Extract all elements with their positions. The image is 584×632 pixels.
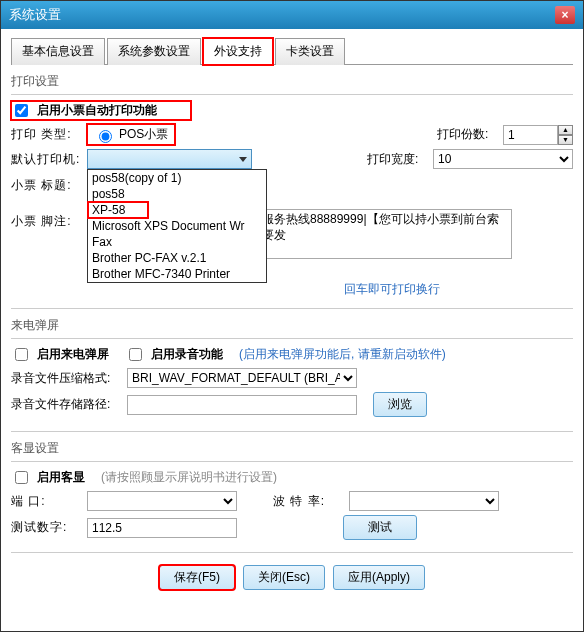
test-num-label: 测试数字: bbox=[11, 519, 81, 536]
printer-option[interactable]: pos58(copy of 1) bbox=[88, 170, 266, 186]
enable-auto-print-row: 启用小票自动打印功能 bbox=[11, 101, 191, 120]
print-type-value: POS小票 bbox=[119, 126, 168, 143]
width-select[interactable]: 10 bbox=[433, 149, 573, 169]
display-enable-row: 启用客显 (请按照顾显示屏说明书进行设置) bbox=[11, 468, 573, 487]
divider bbox=[11, 94, 573, 95]
default-printer-row: 默认打印机: pos58(copy of 1) pos58 XP-58 Micr… bbox=[11, 149, 573, 169]
enable-auto-print-checkbox[interactable] bbox=[15, 104, 28, 117]
divider bbox=[11, 461, 573, 462]
copies-up-icon[interactable]: ▲ bbox=[558, 125, 573, 135]
copies-down-icon[interactable]: ▼ bbox=[558, 135, 573, 145]
record-format-select[interactable]: BRI_WAV_FORMAT_DEFAULT (BRI_AUDI bbox=[127, 368, 357, 388]
printer-option[interactable]: Brother MFC-7340 Printer bbox=[88, 266, 266, 282]
printer-option-xp58[interactable]: XP-58 bbox=[88, 202, 148, 218]
caller-enable-row: 启用来电弹屏 启用录音功能 (启用来电弹屏功能后, 请重新启动软件) bbox=[11, 345, 573, 364]
receipt-footer-textarea[interactable]: 服务热线88889999|【您可以持小票到前台索要发 bbox=[257, 209, 512, 259]
tab-basic[interactable]: 基本信息设置 bbox=[11, 38, 105, 65]
receipt-title-label: 小票 标题: bbox=[11, 177, 81, 194]
divider bbox=[11, 308, 573, 309]
print-hint: 回车即可打印换行 bbox=[211, 281, 573, 298]
apply-button[interactable]: 应用(Apply) bbox=[333, 565, 425, 590]
print-type-row: 打印 类型: POS小票 打印份数: ▲ ▼ bbox=[11, 124, 573, 145]
button-row: 保存(F5) 关闭(Esc) 应用(Apply) bbox=[11, 559, 573, 590]
copies-label: 打印份数: bbox=[437, 126, 497, 143]
enable-display-checkbox[interactable] bbox=[15, 471, 28, 484]
enable-record-label: 启用录音功能 bbox=[151, 346, 223, 363]
chevron-down-icon bbox=[239, 157, 247, 162]
default-printer-button[interactable] bbox=[87, 149, 252, 169]
tab-params[interactable]: 系统参数设置 bbox=[107, 38, 201, 65]
baud-select[interactable] bbox=[349, 491, 499, 511]
printer-list: pos58(copy of 1) pos58 XP-58 Microsoft X… bbox=[87, 169, 267, 283]
baud-label: 波 特 率: bbox=[273, 493, 343, 510]
port-baud-row: 端 口: 波 特 率: bbox=[11, 491, 573, 511]
caller-note: (启用来电弹屏功能后, 请重新启动软件) bbox=[239, 346, 446, 363]
default-printer-dropdown: pos58(copy of 1) pos58 XP-58 Microsoft X… bbox=[87, 149, 252, 169]
titlebar: 系统设置 × bbox=[1, 1, 583, 29]
tab-peripheral[interactable]: 外设支持 bbox=[203, 38, 273, 65]
test-num-input[interactable] bbox=[87, 518, 237, 538]
print-section-title: 打印设置 bbox=[11, 73, 573, 90]
close-button[interactable]: 关闭(Esc) bbox=[243, 565, 325, 590]
enable-record-checkbox[interactable] bbox=[129, 348, 142, 361]
receipt-footer-text: 服务热线88889999|【您可以持小票到前台索要发 bbox=[262, 212, 499, 242]
divider bbox=[11, 431, 573, 432]
enable-caller-label: 启用来电弹屏 bbox=[37, 346, 109, 363]
port-label: 端 口: bbox=[11, 493, 81, 510]
divider bbox=[11, 552, 573, 553]
divider bbox=[11, 338, 573, 339]
default-printer-label: 默认打印机: bbox=[11, 151, 81, 168]
print-hint-link[interactable]: 回车即可打印换行 bbox=[344, 282, 440, 296]
printer-option[interactable]: pos58 bbox=[88, 186, 266, 202]
printer-option[interactable]: Microsoft XPS Document Wr bbox=[88, 218, 266, 234]
print-type-label: 打印 类型: bbox=[11, 126, 81, 143]
test-button[interactable]: 测试 bbox=[343, 515, 417, 540]
display-note: (请按照顾显示屏说明书进行设置) bbox=[101, 469, 277, 486]
save-button[interactable]: 保存(F5) bbox=[159, 565, 235, 590]
test-row: 测试数字: 测试 bbox=[11, 515, 573, 540]
record-format-row: 录音文件压缩格式: BRI_WAV_FORMAT_DEFAULT (BRI_AU… bbox=[11, 368, 573, 388]
record-path-row: 录音文件存储路径: 浏览 bbox=[11, 392, 573, 417]
tab-strip: 基本信息设置 系统参数设置 外设支持 卡类设置 bbox=[11, 37, 573, 65]
record-format-label: 录音文件压缩格式: bbox=[11, 370, 121, 387]
tab-card[interactable]: 卡类设置 bbox=[275, 38, 345, 65]
record-path-input[interactable] bbox=[127, 395, 357, 415]
enable-caller-checkbox[interactable] bbox=[15, 348, 28, 361]
browse-button[interactable]: 浏览 bbox=[373, 392, 427, 417]
receipt-footer-label: 小票 脚注: bbox=[11, 213, 81, 230]
copies-input[interactable] bbox=[503, 125, 558, 145]
port-select[interactable] bbox=[87, 491, 237, 511]
close-icon[interactable]: × bbox=[555, 6, 575, 24]
caller-section-title: 来电弹屏 bbox=[11, 317, 573, 334]
printer-option[interactable]: Fax bbox=[88, 234, 266, 250]
enable-auto-print-label: 启用小票自动打印功能 bbox=[37, 102, 157, 119]
window-title: 系统设置 bbox=[9, 6, 61, 24]
copies-spinner: ▲ ▼ bbox=[503, 125, 573, 145]
enable-display-label: 启用客显 bbox=[37, 469, 85, 486]
content-area: 基本信息设置 系统参数设置 外设支持 卡类设置 打印设置 启用小票自动打印功能 … bbox=[1, 29, 583, 598]
print-type-radio-wrap: POS小票 bbox=[87, 124, 175, 145]
print-type-radio[interactable] bbox=[99, 130, 112, 143]
record-path-label: 录音文件存储路径: bbox=[11, 396, 121, 413]
width-label: 打印宽度: bbox=[367, 151, 427, 168]
system-settings-window: { "title": "系统设置", "tabs": ["基本信息设置","系统… bbox=[0, 0, 584, 632]
display-section-title: 客显设置 bbox=[11, 440, 573, 457]
printer-option[interactable]: Brother PC-FAX v.2.1 bbox=[88, 250, 266, 266]
